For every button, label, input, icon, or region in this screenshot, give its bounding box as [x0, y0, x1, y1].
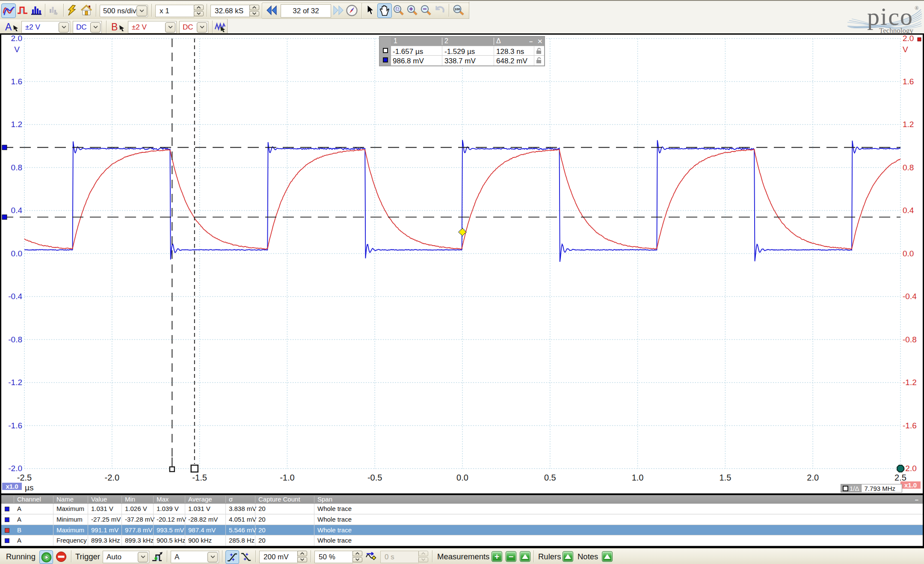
ruler-legend-box[interactable]: 1 2 Δ – ✕ -1.657 µs -1.529 µs 128.3 ns 9…	[379, 36, 545, 66]
measurement-row-2[interactable]: AMinimum-27.25 mV-37.28 mV-20.12 mV-28.8…	[1, 514, 923, 525]
spin-up-button[interactable]	[249, 5, 259, 10]
sample-count-spinner[interactable]	[249, 5, 259, 16]
channel-b-ruler-handle[interactable]	[918, 38, 921, 41]
left-axis-scale-badge[interactable]: x1.0	[2, 483, 22, 490]
zoom-in-tool[interactable]	[406, 3, 419, 17]
notes-expand-button[interactable]	[602, 551, 613, 562]
timebase-dropdown-button[interactable]	[136, 6, 147, 16]
trigger-marker-button[interactable]	[364, 550, 378, 563]
channel-a-range-select[interactable]: ±2 V	[21, 21, 70, 33]
column-header-average[interactable]: Average	[188, 496, 212, 503]
legend-close-button[interactable]: ✕	[537, 38, 543, 45]
measurement-row-3[interactable]: BMaximum991.1 mV977.8 mV993.5 mV987.4 mV…	[1, 525, 923, 536]
spin-down-button[interactable]	[249, 11, 259, 17]
channel-b-options-icon[interactable]	[118, 24, 126, 32]
spin-up-button[interactable]	[297, 551, 307, 556]
time-ruler-handle-2[interactable]	[191, 465, 198, 472]
x-axis-tick-label: 1.5	[719, 473, 731, 482]
zoom-out-tool[interactable]	[420, 3, 432, 17]
zoom-100-button[interactable]: 100	[451, 3, 466, 17]
buffer-position-field[interactable]: 32 of 32	[281, 4, 331, 18]
trigger-source-dropdown[interactable]	[207, 552, 218, 562]
spin-down-button[interactable]	[194, 11, 204, 17]
channel-a-range-dropdown[interactable]	[59, 22, 69, 33]
advanced-trigger-button[interactable]	[151, 550, 164, 563]
persistence-view-button[interactable]	[16, 3, 30, 17]
axis-end-marker-octagon[interactable]	[897, 465, 904, 472]
channel-a-coupling-select[interactable]: DC	[73, 21, 102, 33]
table-minimize-button[interactable]: –	[915, 496, 918, 503]
column-header-span[interactable]: Span	[317, 496, 332, 503]
trigger-mode-select[interactable]: Auto	[103, 551, 149, 563]
x-axis-tick-label: -2.0	[105, 473, 119, 482]
spin-up-button[interactable]	[194, 5, 204, 10]
channel-b-coupling-select[interactable]: DC	[179, 21, 208, 33]
falling-edge-button[interactable]	[240, 550, 252, 563]
alarms-button-disabled[interactable]	[47, 3, 60, 17]
measurement-cell: 899.3 kHz	[125, 537, 154, 544]
separator	[96, 4, 96, 17]
channel-a-options-icon[interactable]	[12, 24, 20, 32]
stop-capture-button[interactable]	[55, 550, 68, 563]
undo-arrow-icon	[434, 5, 445, 15]
channel-b-range-select[interactable]: ±2 V	[128, 21, 177, 33]
time-ruler-handle-1[interactable]	[170, 467, 175, 472]
column-header-value[interactable]: Value	[91, 496, 107, 503]
spin-up-button[interactable]	[352, 551, 362, 556]
marquee-zoom-tool[interactable]	[392, 3, 405, 17]
scope-view-button[interactable]	[1, 3, 16, 18]
measurement-row-4[interactable]: AFrequency899.3 kHz899.3 kHz900.5 kHz900…	[1, 535, 923, 546]
remove-measurement-button[interactable]: −	[506, 551, 516, 562]
next-buffer-button[interactable]	[332, 3, 345, 17]
trigger-mode-dropdown[interactable]	[138, 552, 148, 562]
voltage-ruler-handle-2[interactable]	[2, 215, 7, 220]
normal-selection-tool[interactable]	[364, 3, 377, 17]
spin-down-button[interactable]	[297, 557, 307, 563]
sample-count-field[interactable]: 32.68 kS	[210, 5, 250, 17]
home-button[interactable]	[80, 3, 93, 17]
time-ruler-delta-value: 128.3 ns	[496, 46, 524, 56]
arrow-up-icon	[300, 552, 305, 555]
pre-trigger-field[interactable]: 50 %	[314, 551, 353, 563]
spectrum-view-button[interactable]	[30, 3, 43, 17]
lock-open-icon[interactable]	[536, 57, 542, 64]
column-header-capture-count[interactable]: Capture Count	[258, 496, 300, 503]
lock-open-icon[interactable]	[536, 47, 542, 54]
column-header-max[interactable]: Max	[157, 496, 169, 503]
voltage-ruler-handle-1[interactable]	[2, 145, 7, 150]
right-axis-scale-badge[interactable]: x1.0	[900, 481, 921, 489]
trigger-source-select[interactable]: A	[171, 551, 219, 563]
undo-zoom-button-disabled[interactable]	[433, 3, 446, 17]
previous-buffer-button[interactable]	[265, 3, 278, 17]
column-header-name[interactable]: Name	[56, 496, 74, 503]
measurement-cell: Whole trace	[317, 505, 352, 512]
column-header-σ[interactable]: σ	[229, 496, 233, 503]
zoom-factor-spinner[interactable]	[194, 5, 204, 16]
channel-a-coupling-dropdown[interactable]	[90, 22, 101, 33]
buffer-navigator-button[interactable]	[345, 3, 358, 17]
pre-trigger-spinner[interactable]	[352, 551, 362, 562]
rulers-expand-button[interactable]	[563, 551, 573, 562]
measurements-expand-button[interactable]	[520, 551, 530, 562]
start-capture-button[interactable]	[39, 550, 53, 564]
hand-tool-selected[interactable]	[377, 3, 392, 18]
auto-setup-button[interactable]	[65, 3, 79, 17]
channel-b-range-dropdown[interactable]	[165, 22, 175, 33]
trigger-level-field[interactable]: 200 mV	[259, 551, 298, 563]
zoom-factor-field[interactable]: x 1	[155, 5, 194, 17]
column-header-min[interactable]: Min	[125, 496, 135, 503]
legend-minimize-button[interactable]: –	[529, 38, 533, 45]
rising-edge-button-selected[interactable]	[225, 550, 239, 564]
measurement-row-1[interactable]: AMaximum1.031 V1.026 V1.039 V1.031 V3.83…	[1, 504, 923, 514]
trigger-level-spinner[interactable]	[297, 551, 307, 562]
post-trigger-value: 0 s	[381, 553, 394, 561]
measurement-cell: 1.026 V	[125, 505, 147, 512]
timebase-select[interactable]: 500 ns/div	[100, 5, 148, 17]
channel-b-coupling-dropdown[interactable]	[197, 22, 207, 33]
separator	[71, 550, 71, 562]
probe-waveform-icon[interactable]	[215, 21, 226, 33]
spin-down-button[interactable]	[352, 557, 362, 563]
add-measurement-button[interactable]: +	[492, 551, 502, 562]
column-header-channel[interactable]: Channel	[17, 496, 41, 503]
left-axis-tick-label: 1.2	[11, 120, 22, 129]
